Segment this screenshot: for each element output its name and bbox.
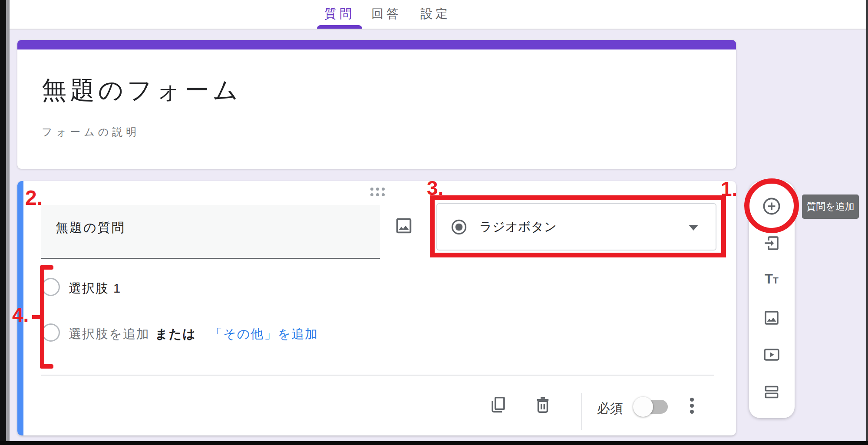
scrollbar[interactable] bbox=[6, 0, 10, 445]
google-forms-editor: 質問 回答 設定 無題のフォーム フォームの説明 無題の質問 ラジオボタ bbox=[0, 0, 868, 445]
duplicate-question-button[interactable] bbox=[488, 395, 508, 415]
more-options-button[interactable] bbox=[690, 398, 694, 414]
import-questions-button[interactable] bbox=[761, 233, 782, 254]
add-image-to-question-button[interactable] bbox=[393, 215, 415, 237]
trash-icon bbox=[533, 396, 552, 415]
window-right-edge bbox=[866, 0, 868, 445]
image-icon bbox=[762, 309, 781, 327]
or-text: または bbox=[155, 326, 196, 343]
window-bottom-edge bbox=[0, 441, 868, 445]
add-image-button[interactable] bbox=[761, 307, 782, 328]
add-option-text[interactable]: 選択肢を追加 bbox=[69, 326, 150, 343]
annotation-step-2: 2. bbox=[25, 186, 43, 210]
annotation-rectangle bbox=[430, 195, 726, 257]
active-tab-underline bbox=[317, 25, 362, 29]
annotation-circle bbox=[744, 178, 799, 233]
question-title-input[interactable]: 無題の質問 bbox=[41, 205, 380, 259]
drag-handle-icon[interactable] bbox=[370, 188, 385, 196]
delete-question-button[interactable] bbox=[532, 395, 553, 415]
question-title-text: 無題の質問 bbox=[56, 219, 125, 237]
annotation-bracket-bottom bbox=[40, 364, 53, 369]
add-section-button[interactable] bbox=[761, 382, 782, 402]
kebab-menu-icon bbox=[690, 398, 694, 402]
add-title-button[interactable]: TT bbox=[761, 269, 782, 290]
add-option-radio bbox=[42, 323, 60, 342]
add-video-button[interactable] bbox=[761, 344, 782, 365]
annotation-step-4: 4. bbox=[12, 303, 29, 326]
video-icon bbox=[762, 346, 781, 364]
form-header-card: 無題のフォーム フォームの説明 bbox=[17, 40, 736, 169]
required-label: 必須 bbox=[597, 400, 623, 418]
card-footer-divider bbox=[41, 375, 714, 376]
add-question-tooltip: 質問を追加 bbox=[802, 194, 859, 219]
annotation-bracket-tick bbox=[32, 315, 40, 319]
text-icon: TT bbox=[765, 271, 779, 287]
theme-color-bar bbox=[17, 40, 736, 49]
tab-settings[interactable]: 設定 bbox=[401, 0, 470, 28]
annotation-bracket-top bbox=[40, 265, 53, 270]
option-1-radio bbox=[42, 278, 60, 296]
import-icon bbox=[762, 234, 781, 252]
add-other-link[interactable]: 「その他」を追加 bbox=[210, 326, 318, 343]
window-left-edge bbox=[0, 0, 6, 445]
annotation-bracket bbox=[40, 265, 44, 369]
form-description-field[interactable]: フォームの説明 bbox=[42, 125, 140, 139]
footer-divider bbox=[581, 393, 582, 430]
copy-icon bbox=[488, 396, 508, 415]
required-toggle-knob[interactable] bbox=[633, 397, 653, 417]
image-icon bbox=[394, 216, 414, 236]
form-title-field[interactable]: 無題のフォーム bbox=[42, 74, 241, 107]
option-1-label[interactable]: 選択肢 1 bbox=[69, 280, 121, 297]
top-tab-bar: 質問 回答 設定 bbox=[10, 0, 866, 30]
section-icon bbox=[762, 383, 781, 401]
